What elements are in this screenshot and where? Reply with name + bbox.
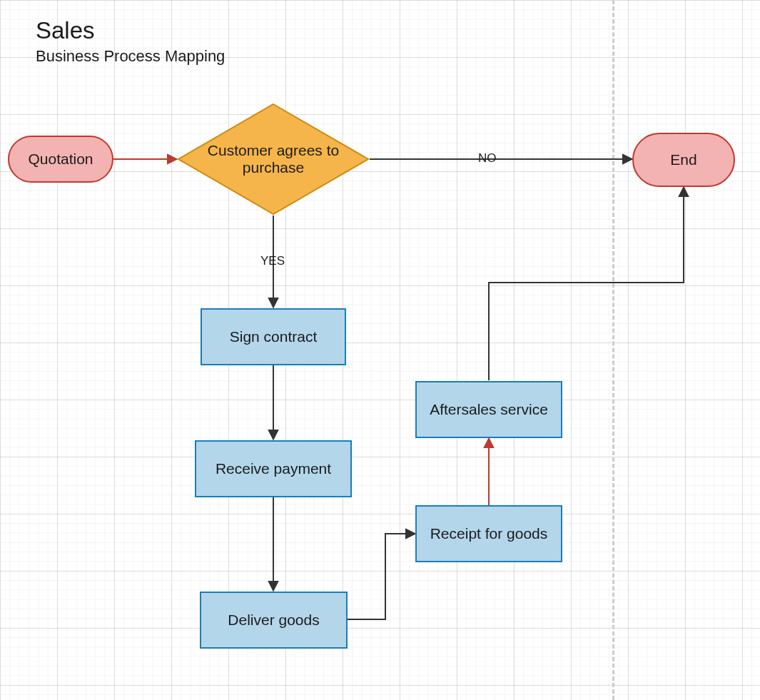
edge-label-yes: YES — [260, 254, 285, 268]
node-receive-payment[interactable]: Receive payment — [195, 440, 352, 497]
diagram-subtitle: Business Process Mapping — [36, 47, 225, 66]
node-end[interactable]: End — [632, 133, 735, 187]
node-decision-customer-agrees[interactable]: Customer agrees to purchase — [177, 103, 370, 215]
grid-background — [0, 0, 760, 700]
node-receipt-for-goods[interactable]: Receipt for goods — [415, 505, 562, 562]
node-aftersales-service[interactable]: Aftersales service — [415, 381, 562, 438]
node-sign-contract[interactable]: Sign contract — [201, 308, 346, 365]
flowchart-canvas: Sales Business Process Mapping NO YE — [0, 0, 760, 700]
decision-label: Customer agrees to purchase — [177, 103, 370, 215]
node-deliver-goods[interactable]: Deliver goods — [200, 592, 348, 649]
page-boundary-divider — [612, 0, 614, 700]
diagram-title: Sales — [36, 17, 95, 44]
edge-label-no: NO — [478, 151, 497, 166]
node-quotation[interactable]: Quotation — [8, 136, 113, 183]
